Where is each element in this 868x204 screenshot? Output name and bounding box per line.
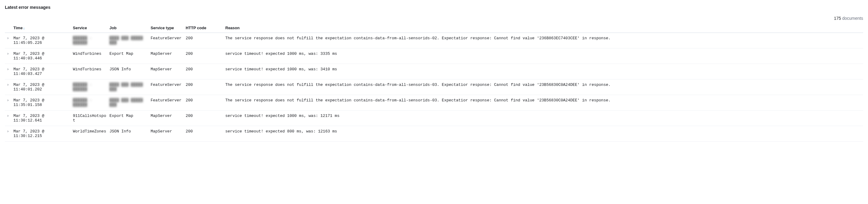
chevron-right-icon: ›: [7, 129, 9, 134]
table-row: ›Mar 7, 2023 @ 11:40:01.202██████ - ████…: [5, 79, 863, 95]
column-header-reason[interactable]: Reason: [225, 23, 863, 33]
cell-service: ██████ - ██████: [73, 79, 110, 95]
cell-service: ██████ - ██████: [73, 95, 110, 110]
expand-row-button[interactable]: ›: [5, 79, 13, 95]
cell-time: Mar 7, 2023 @ 11:35:01.158: [13, 95, 73, 110]
cell-service-type: MapServer: [151, 48, 186, 64]
column-header-job[interactable]: Job: [110, 23, 151, 33]
cell-reason: service timeout! expected 800 ms, was: 1…: [225, 126, 863, 142]
cell-service: WorldTimeZones: [73, 126, 110, 142]
cell-reason: service timeout! expected 1000 ms, was: …: [225, 110, 863, 126]
column-header-expand: [5, 23, 13, 33]
chevron-right-icon: ›: [7, 67, 9, 72]
cell-reason: The service response does not fulfill th…: [225, 95, 863, 110]
cell-job: Export Map: [110, 48, 151, 64]
error-table: Time ↓ Service Job Service type HTTP cod…: [5, 23, 863, 142]
document-count-number: 175: [834, 16, 841, 21]
cell-job: ████ ███ █████ ███: [110, 33, 151, 48]
cell-reason: service timeout! expected 1000 ms, was: …: [225, 48, 863, 64]
cell-service-type: MapServer: [151, 126, 186, 142]
cell-service-type: FeatureServer: [151, 33, 186, 48]
expand-row-button[interactable]: ›: [5, 33, 13, 48]
cell-reason: The service response does not fulfill th…: [225, 79, 863, 95]
table-row: ›Mar 7, 2023 @ 11:40:03.427WindTurbinesJ…: [5, 64, 863, 79]
cell-http-code: 200: [186, 110, 225, 126]
cell-service: 911CallsHotspot: [73, 110, 110, 126]
cell-time: Mar 7, 2023 @ 11:40:01.202: [13, 79, 73, 95]
chevron-right-icon: ›: [7, 98, 9, 103]
cell-service: ██████ - ██████: [73, 33, 110, 48]
chevron-right-icon: ›: [7, 52, 9, 56]
table-row: ›Mar 7, 2023 @ 11:35:01.158██████ - ████…: [5, 95, 863, 110]
sort-descending-icon: ↓: [23, 26, 25, 30]
table-row: ›Mar 7, 2023 @ 11:30:12.641911CallsHotsp…: [5, 110, 863, 126]
cell-http-code: 200: [186, 48, 225, 64]
panel-title: Latest error messages: [5, 5, 863, 10]
expand-row-button[interactable]: ›: [5, 126, 13, 142]
expand-row-button[interactable]: ›: [5, 110, 13, 126]
cell-service-type: FeatureServer: [151, 95, 186, 110]
column-header-service[interactable]: Service: [73, 23, 110, 33]
cell-service: WindTurbines: [73, 48, 110, 64]
cell-time: Mar 7, 2023 @ 11:40:03.427: [13, 64, 73, 79]
expand-row-button[interactable]: ›: [5, 48, 13, 64]
cell-service-type: FeatureServer: [151, 79, 186, 95]
column-header-time-label: Time: [13, 26, 23, 30]
document-count-label: documents: [842, 16, 863, 21]
document-count: 175 documents: [5, 16, 863, 21]
cell-job: ████ ███ █████ ███: [110, 79, 151, 95]
cell-reason: service timeout! expected 1000 ms, was: …: [225, 64, 863, 79]
cell-job: JSON Info: [110, 64, 151, 79]
cell-time: Mar 7, 2023 @ 11:40:03.446: [13, 48, 73, 64]
table-row: ›Mar 7, 2023 @ 11:40:03.446WindTurbinesE…: [5, 48, 863, 64]
cell-http-code: 200: [186, 64, 225, 79]
expand-row-button[interactable]: ›: [5, 64, 13, 79]
cell-time: Mar 7, 2023 @ 11:30:12.215: [13, 126, 73, 142]
chevron-right-icon: ›: [7, 82, 9, 87]
cell-job: ████ ███ █████ ███: [110, 95, 151, 110]
cell-job: JSON Info: [110, 126, 151, 142]
cell-service: WindTurbines: [73, 64, 110, 79]
table-row: ›Mar 7, 2023 @ 11:45:05.226██████ - ████…: [5, 33, 863, 48]
cell-http-code: 200: [186, 95, 225, 110]
cell-time: Mar 7, 2023 @ 11:45:05.226: [13, 33, 73, 48]
chevron-right-icon: ›: [7, 113, 9, 118]
cell-time: Mar 7, 2023 @ 11:30:12.641: [13, 110, 73, 126]
column-header-service-type[interactable]: Service type: [151, 23, 186, 33]
chevron-right-icon: ›: [7, 36, 9, 40]
cell-http-code: 200: [186, 33, 225, 48]
expand-row-button[interactable]: ›: [5, 95, 13, 110]
cell-http-code: 200: [186, 126, 225, 142]
column-header-http-code[interactable]: HTTP code: [186, 23, 225, 33]
cell-service-type: MapServer: [151, 110, 186, 126]
cell-http-code: 200: [186, 79, 225, 95]
cell-service-type: MapServer: [151, 64, 186, 79]
cell-job: Export Map: [110, 110, 151, 126]
column-header-time[interactable]: Time ↓: [13, 23, 73, 33]
cell-reason: The service response does not fulfill th…: [225, 33, 863, 48]
table-row: ›Mar 7, 2023 @ 11:30:12.215WorldTimeZone…: [5, 126, 863, 142]
